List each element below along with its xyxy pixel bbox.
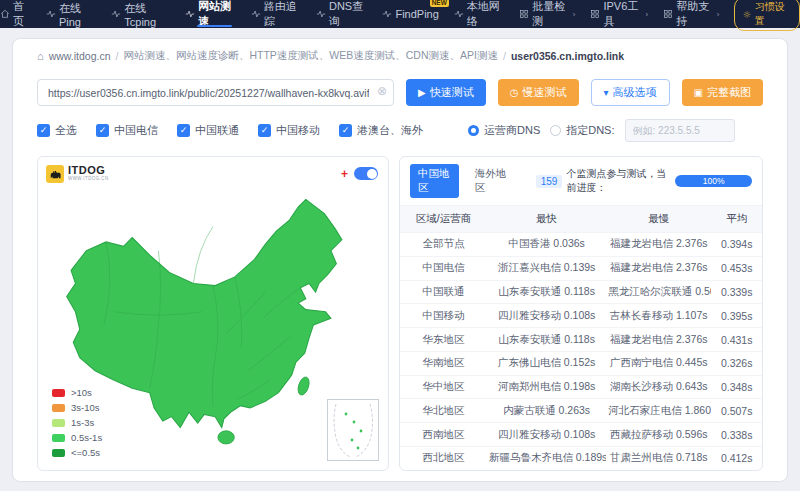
table-cell-r6-c2: 湖南长沙移动 0.643s xyxy=(606,375,711,399)
legend-label: 0.5s-1s xyxy=(71,432,102,443)
table-cell-r4-c0: 华东地区 xyxy=(400,328,487,352)
table-row: 华北地区内蒙古联通 0.263s河北石家庄电信 1.860s0.507s xyxy=(400,399,762,423)
checkbox-1[interactable]: ✓中国电信 xyxy=(96,123,158,138)
play-icon: ▶ xyxy=(418,88,426,98)
carrier-dns-radio[interactable]: 运营商DNS xyxy=(468,123,540,138)
legend-swatch xyxy=(52,404,65,412)
table-row: 中国移动四川雅安移动 0.108s吉林长春移动 1.107s0.395s xyxy=(400,304,762,328)
table-cell-r5-c1: 广东佛山电信 0.152s xyxy=(487,351,606,375)
results-header: 中国地区 海外地区 159 个监测点参与测试，当前进度： 100% xyxy=(400,157,762,206)
map-toggle-switch[interactable] xyxy=(354,167,378,180)
tab-overseas-region[interactable]: 海外地区 xyxy=(467,164,516,198)
column-header: 区域/运营商 xyxy=(400,206,487,233)
nav-item-label: 本地网络 xyxy=(467,0,504,29)
clear-input-icon[interactable]: ⊗ xyxy=(377,85,387,97)
results-table: 区域/运营商最快最慢平均 全部节点中国香港 0.036s福建龙岩电信 2.376… xyxy=(400,206,762,471)
table-cell-r3-c0: 中国移动 xyxy=(400,304,487,328)
settings-button[interactable]: 习惯设置 xyxy=(734,0,800,31)
nav-item-5[interactable]: DNS查询 xyxy=(316,0,367,28)
table-row: 华中地区河南郑州电信 0.198s湖南长沙移动 0.643s0.348s xyxy=(400,375,762,399)
checkbox-3[interactable]: ✓中国移动 xyxy=(258,123,320,138)
table-cell-r10-c0: 东北地区 xyxy=(400,470,487,471)
map-legend: >10s3s-10s1s-3s0.5s-1s<=0.5s xyxy=(52,383,102,458)
chevron-right-icon: › xyxy=(717,10,720,19)
checkbox-4[interactable]: ✓港澳台、海外 xyxy=(339,123,423,138)
top-navbar: 首页在线Ping在线Tcping网站测速路由追踪DNS查询FindPingNEW… xyxy=(0,0,800,28)
table-cell-r6-c1: 河南郑州电信 0.198s xyxy=(487,375,606,399)
grid-icon xyxy=(519,9,529,19)
checkbox-checked-icon: ✓ xyxy=(177,124,190,137)
nav-item-0[interactable]: 首页 xyxy=(0,0,31,28)
home-icon: ⌂ xyxy=(37,50,44,62)
table-cell-r7-c0: 华北地区 xyxy=(400,399,487,423)
nav-item-label: 批量检测 xyxy=(532,0,569,29)
grid-icon xyxy=(663,9,673,19)
advanced-options-button[interactable]: ▾ 高级选项 xyxy=(591,79,670,106)
south-sea-inset xyxy=(327,399,379,461)
nav-item-3[interactable]: 网站测速 xyxy=(185,0,235,28)
breadcrumb-current: user0356.cn.imgto.link xyxy=(511,50,624,62)
fast-test-button[interactable]: ▶ 快速测试 xyxy=(406,79,486,106)
legend-item-4: <=0.5s xyxy=(52,447,102,458)
table-cell-r8-c1: 四川雅安移动 0.108s xyxy=(487,423,606,447)
table-cell-r0-c1: 中国香港 0.036s xyxy=(487,233,606,257)
table-cell-r9-c2: 甘肃兰州电信 0.718s xyxy=(606,447,711,471)
itdog-logo: ITDOG WWW.ITDOG.CN xyxy=(46,165,380,183)
url-input[interactable] xyxy=(37,79,394,106)
nav-item-6[interactable]: FindPingNEW xyxy=(382,0,438,28)
full-screenshot-button[interactable]: ▣ 完整截图 xyxy=(682,79,763,106)
monitor-info: 159 个监测点参与测试，当前进度： 100% xyxy=(536,167,752,195)
ping-icon xyxy=(111,9,121,19)
checkbox-2[interactable]: ✓中国联通 xyxy=(177,123,239,138)
table-cell-r1-c2: 福建龙岩电信 2.376s xyxy=(606,256,711,280)
table-cell-r10-c1: 黑龙江哈尔滨移动 0.238s xyxy=(487,470,606,471)
checkbox-label: 全选 xyxy=(55,123,77,138)
table-cell-r3-c3: 0.395s xyxy=(711,304,762,328)
table-cell-r10-c3: 0.419s xyxy=(711,470,762,471)
progress-bar: 100% xyxy=(675,175,752,187)
table-row: 西南地区四川雅安移动 0.108s西藏拉萨移动 0.596s0.338s xyxy=(400,423,762,447)
monitor-count-badge: 159 xyxy=(536,175,563,188)
logo-text: ITDOG xyxy=(68,165,109,176)
nav-item-label: 路由追踪 xyxy=(264,0,301,29)
filter-row: ✓全选✓中国电信✓中国联通✓中国移动✓港澳台、海外 运营商DNS 指定DNS: xyxy=(37,119,763,142)
breadcrumb-site[interactable]: www.itdog.cn xyxy=(49,50,111,62)
results-panel: 中国地区 海外地区 159 个监测点参与测试，当前进度： 100% 区域/运营商… xyxy=(399,156,763,471)
nav-item-1[interactable]: 在线Ping xyxy=(46,0,96,28)
camera-icon: ▣ xyxy=(694,88,703,98)
table-cell-r8-c3: 0.338s xyxy=(711,423,762,447)
chevron-right-icon: › xyxy=(573,10,576,19)
tab-china-region[interactable]: 中国地区 xyxy=(410,164,459,198)
grid-icon xyxy=(590,9,600,19)
full-screenshot-label: 完整截图 xyxy=(707,85,751,100)
table-cell-r2-c0: 中国联通 xyxy=(400,280,487,304)
nav-item-10[interactable]: 帮助支持› xyxy=(663,0,719,28)
nav-item-7[interactable]: 本地网络 xyxy=(454,0,504,28)
custom-dns-label: 指定DNS: xyxy=(566,123,614,138)
table-cell-r1-c0: 中国电信 xyxy=(400,256,487,280)
nav-item-9[interactable]: IPV6工具› xyxy=(590,0,648,28)
nav-item-2[interactable]: 在线Tcping xyxy=(111,0,170,28)
nav-item-4[interactable]: 路由追踪 xyxy=(251,0,301,28)
breadcrumb: ⌂ www.itdog.cn / 网站测速、网站速度诊断、HTTP速度测试、WE… xyxy=(37,49,763,63)
clock-icon: ◷ xyxy=(510,88,519,98)
slow-test-button[interactable]: ◷ 慢速测试 xyxy=(498,79,579,106)
dns-input[interactable] xyxy=(625,119,735,142)
checkbox-label: 中国电信 xyxy=(114,123,158,138)
nav-item-8[interactable]: 批量检测› xyxy=(519,0,575,28)
map-marker-plus: + xyxy=(341,168,348,180)
table-row: 西北地区新疆乌鲁木齐电信 0.189s甘肃兰州电信 0.718s0.412s xyxy=(400,447,762,471)
checkbox-0[interactable]: ✓全选 xyxy=(37,123,77,138)
ping-icon xyxy=(185,9,195,19)
advanced-options-label: 高级选项 xyxy=(613,85,657,100)
legend-swatch xyxy=(52,449,65,457)
custom-dns-radio[interactable]: 指定DNS: xyxy=(550,123,614,138)
taiwan-island xyxy=(296,376,311,397)
table-cell-r8-c0: 西南地区 xyxy=(400,423,487,447)
table-cell-r4-c1: 山东泰安联通 0.118s xyxy=(487,328,606,352)
checkbox-checked-icon: ✓ xyxy=(96,124,109,137)
breadcrumb-services[interactable]: 网站测速、网站速度诊断、HTTP速度测试、WEB速度测试、CDN测速、API测速 xyxy=(123,49,498,63)
hainan-island xyxy=(218,431,234,444)
column-header: 最快 xyxy=(487,206,606,233)
table-cell-r5-c2: 广西南宁电信 0.445s xyxy=(606,351,711,375)
